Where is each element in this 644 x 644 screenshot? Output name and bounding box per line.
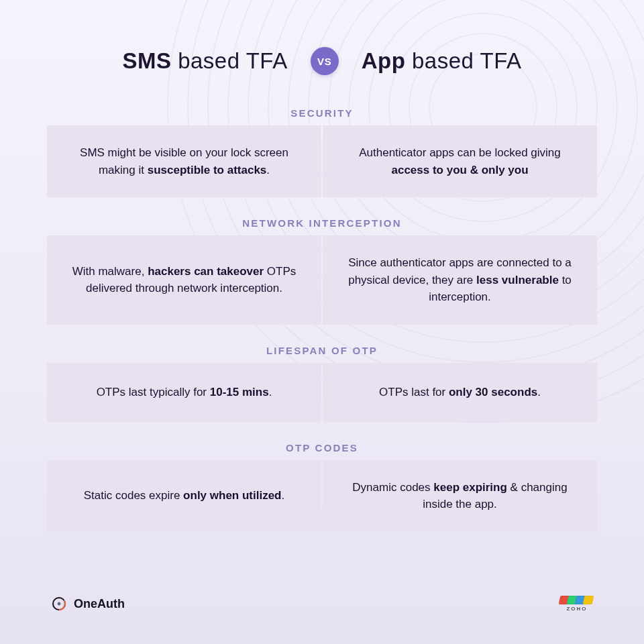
app-card: OTPs last for only 30 seconds. [323,363,597,422]
sms-card: With malware, hackers can takeover OTPs … [47,235,321,325]
sms-card: SMS might be visible on your lock screen… [47,125,321,197]
section-lifespan: LIFESPAN OF OTP OTPs last typically for … [47,345,597,422]
section-label: LIFESPAN OF OTP [47,345,597,356]
section-label: OTP CODES [47,442,597,453]
app-card: Since authenticator apps are connected t… [323,235,597,325]
svg-point-16 [58,602,61,606]
oneauth-wordmark: OneAuth [74,597,125,611]
app-card: Authenticator apps can be locked giving … [323,125,597,197]
oneauth-icon [51,596,67,612]
vs-badge: VS [311,47,339,75]
zoho-logo: ZOHO [561,596,593,612]
section-network-interception: NETWORK INTERCEPTION With malware, hacke… [47,217,597,325]
section-otp-codes: OTP CODES Static codes expire only when … [47,442,597,532]
right-title: App based TFA [362,48,522,74]
sms-card: Static codes expire only when utilized. [47,460,321,532]
app-card: Dynamic codes keep expiring & changing i… [323,460,597,532]
zoho-wordmark: ZOHO [566,606,587,612]
section-label: NETWORK INTERCEPTION [47,217,597,229]
sms-card: OTPs last typically for 10-15 mins. [47,363,321,422]
zoho-icon [561,596,593,604]
comparison-header: SMS based TFA VS App based TFA [47,47,597,75]
footer: OneAuth ZOHO [47,596,597,617]
section-security: SECURITY SMS might be visible on your lo… [47,107,597,197]
section-label: SECURITY [47,107,597,119]
oneauth-logo: OneAuth [51,596,125,612]
left-title: SMS based TFA [122,48,287,74]
